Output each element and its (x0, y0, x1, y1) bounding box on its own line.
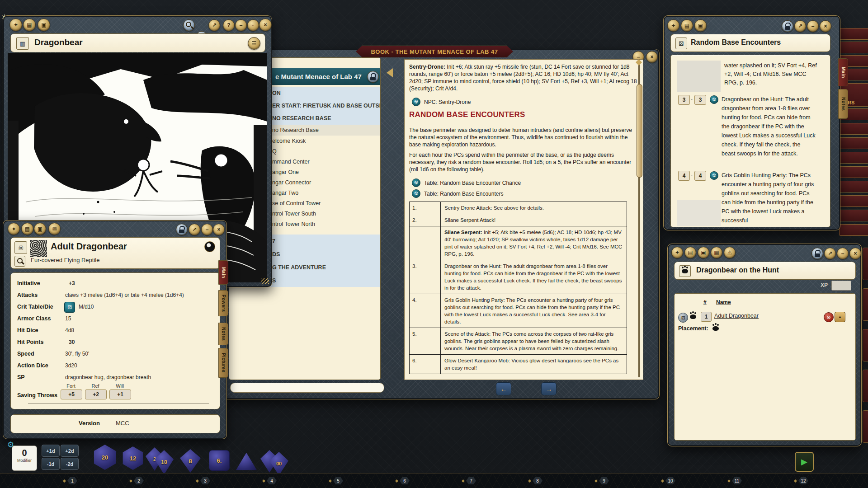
npc-count-box[interactable]: 1 (701, 312, 712, 322)
skull-icon-box[interactable]: ☠ (14, 241, 27, 254)
page-scrollbar-thumb[interactable] (637, 84, 642, 178)
lock-icon[interactable] (367, 71, 379, 83)
minimize-button[interactable]: – (837, 248, 849, 259)
close-button[interactable]: × (259, 19, 272, 31)
npc-portrait-thumb[interactable] (30, 240, 47, 257)
stacked-window-bar[interactable] (839, 166, 868, 178)
window-layers-button[interactable]: ▣ (34, 223, 46, 235)
page-next-button[interactable]: → (541, 382, 557, 395)
rbe-title-box[interactable]: ⚄ Random Base Encounters (670, 34, 830, 52)
help-button[interactable]: ? (223, 19, 235, 31)
d4-die[interactable] (236, 452, 257, 471)
resize-grip[interactable] (261, 278, 269, 284)
hotkey-slot-11[interactable]: 11 (728, 477, 742, 484)
stacked-window-bar[interactable] (839, 42, 868, 53)
tab-main[interactable]: Main (218, 260, 228, 285)
hotkey-slot-10[interactable]: 10 (661, 477, 675, 484)
page-slider[interactable] (230, 383, 384, 393)
toc-collapse-arrow[interactable] (387, 68, 393, 77)
crit-die-icon[interactable]: ⚄ (64, 302, 75, 313)
minimize-button[interactable]: – (807, 20, 819, 32)
close-button[interactable]: × (849, 248, 861, 259)
window-book-button[interactable]: ▤ (684, 247, 696, 258)
encounter-title-box[interactable]: Dragonbear on the Hunt (674, 262, 856, 280)
search-icon-box[interactable] (14, 256, 25, 267)
book-title-banner[interactable]: BOOK - THE MUTANT MENACE OF LAB 47 (356, 46, 513, 57)
share-button[interactable]: ↗ (794, 20, 806, 32)
stacked-window-bar[interactable] (839, 123, 868, 135)
image-menu-button[interactable]: ☰ (248, 37, 260, 50)
modifier-box[interactable]: 0 Modifier (12, 446, 37, 471)
remove-two-dice-button[interactable]: -2d (61, 458, 79, 470)
stacked-window-bar[interactable] (839, 224, 868, 236)
book-close-button[interactable]: × (646, 51, 658, 63)
placement-paw-icon[interactable] (712, 326, 719, 331)
window-calendar-button[interactable]: ▦ (711, 247, 722, 258)
range-to-box[interactable]: 3 (694, 95, 706, 105)
stacked-window-sliver[interactable] (863, 248, 868, 280)
ref-save-box[interactable]: +2 (85, 389, 107, 399)
hotkey-slot-6[interactable]: 6 (396, 477, 410, 484)
window-radial-button[interactable]: ✦ (667, 19, 679, 32)
npc-sentry-drone-link[interactable]: ☢ NPC: Sentry-Drone (412, 98, 471, 106)
d6-die[interactable]: 6. (209, 450, 230, 471)
window-layers-button[interactable]: ▣ (694, 19, 707, 32)
close-button[interactable]: × (820, 20, 831, 32)
hotkey-slot-3[interactable]: 3 (196, 477, 210, 484)
share-button[interactable]: ↗ (208, 19, 220, 31)
stacked-window-sliver[interactable] (863, 410, 868, 443)
add-two-dice-button[interactable]: +2d (61, 445, 79, 457)
window-warning-button[interactable]: ⚠ (724, 247, 736, 258)
fort-save-box[interactable]: +5 (61, 389, 82, 399)
lock-button[interactable] (176, 224, 188, 235)
minimize-button[interactable]: – (235, 19, 247, 31)
share-button[interactable]: ↗ (824, 248, 836, 259)
window-radial-button[interactable]: ✦ (671, 247, 683, 258)
paw-icon[interactable] (690, 314, 696, 319)
collapse-npc-button[interactable]: ▲ (835, 312, 845, 322)
shrink-button[interactable]: ▫ (247, 19, 259, 31)
stacked-window-bar[interactable] (839, 210, 868, 221)
add-one-die-button[interactable]: +1d (42, 445, 60, 457)
minimize-button[interactable]: – (201, 224, 213, 235)
hotkey-slot-1[interactable]: 1 (63, 477, 77, 484)
stacked-window-bar[interactable] (839, 28, 868, 40)
stacked-window-bar[interactable] (839, 181, 868, 192)
hotkey-slot-5[interactable]: 5 (329, 477, 343, 484)
tab-pictures[interactable]: Pictures (218, 348, 228, 378)
stacked-window-bar[interactable] (839, 152, 868, 164)
stacked-window-sliver[interactable] (863, 329, 868, 361)
window-layers-button[interactable]: ▣ (698, 247, 709, 258)
window-book-button[interactable]: ▤ (23, 19, 36, 31)
hotkey-slot-8[interactable]: 8 (528, 477, 542, 484)
npc-header-box[interactable]: ☠ Adult Dragonbear Fur-covered Flying Re… (10, 237, 220, 269)
d20-die[interactable]: 20 (92, 445, 118, 470)
table-link-encounter-chance[interactable]: ☢ Table: Random Base Encounter Chance (412, 178, 521, 187)
range-from-box[interactable]: 3 (678, 95, 690, 105)
play-button[interactable]: ▶ (795, 452, 814, 472)
tab-main[interactable]: Main (838, 58, 848, 86)
npc-token-icon[interactable] (204, 241, 215, 252)
d12-die[interactable]: 12 (121, 446, 145, 470)
tab-powers[interactable]: Powers (218, 290, 228, 316)
npc-name-link[interactable]: Adult Dragonbear (714, 313, 759, 319)
window-book-button[interactable]: ▤ (21, 223, 33, 235)
stacked-window-sliver[interactable] (863, 370, 868, 402)
xp-input[interactable] (831, 281, 851, 291)
hotkey-slot-9[interactable]: 9 (595, 477, 609, 484)
lock-button[interactable] (782, 20, 793, 32)
stacked-window-bar[interactable] (839, 137, 868, 149)
hotkey-slot-12[interactable]: 12 (794, 477, 808, 484)
tab-notes[interactable]: Notes (838, 89, 848, 119)
npc-token-icon[interactable]: ⚄ (678, 313, 688, 323)
encounter-link-icon[interactable]: ☢ (710, 171, 718, 180)
stacked-window-bar[interactable] (839, 195, 868, 207)
table-link-encounters[interactable]: ☢ Table: Random Base Encounters (412, 189, 503, 198)
window-radial-button[interactable]: ✦ (9, 19, 22, 31)
remove-one-die-button[interactable]: -1d (42, 458, 60, 470)
will-save-box[interactable]: +1 (109, 389, 131, 399)
page-prev-button[interactable]: ← (496, 382, 511, 395)
window-chat-button[interactable]: ✉ (48, 223, 61, 235)
hotkey-slot-4[interactable]: 4 (263, 477, 277, 484)
d8-die[interactable]: 8 (180, 449, 201, 473)
